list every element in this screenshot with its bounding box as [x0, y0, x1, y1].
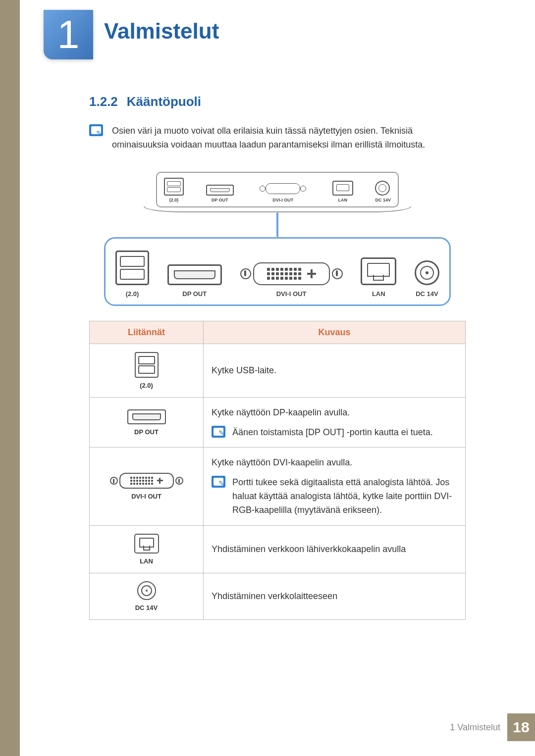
port-note-text: Äänen toistamista [DP OUT] -portin kautt… [232, 426, 433, 440]
section-title: Kääntöpuoli [127, 94, 201, 109]
note-icon [212, 476, 225, 488]
dvi-label: DVI-I OUT [240, 290, 343, 298]
table-row: LAN Yhdistäminen verkkoon lähiverkkokaap… [90, 525, 466, 573]
port-label: DC 14V [98, 604, 195, 611]
table-row: (2.0) Kytke USB-laite. [90, 344, 466, 397]
page-number: 18 [507, 713, 535, 741]
usb-label: (2.0) [164, 198, 184, 202]
dc-port-icon [137, 581, 156, 600]
note-icon [89, 124, 103, 136]
port-note: Portti tukee sekä digitaalista että anal… [212, 476, 457, 517]
dc-label: DC 14V [415, 290, 439, 298]
page-footer: 1 Valmistelut 18 [450, 713, 535, 741]
sidebar-stripe [0, 0, 20, 756]
port-description: Yhdistäminen verkkolaitteeseen [204, 573, 466, 619]
dp-label: DP OUT [206, 198, 234, 202]
port-note-text: Portti tukee sekä digitaalista että anal… [232, 476, 457, 517]
table-row: DVI-I OUT Kytke näyttöön DVI-kaapelin av… [90, 448, 466, 525]
port-note: Äänen toistamista [DP OUT] -portin kautt… [212, 426, 457, 440]
lan-label: LAN [332, 198, 353, 202]
dp-label: DP OUT [167, 290, 222, 298]
intro-note: Osien väri ja muoto voivat olla erilaisi… [89, 124, 466, 152]
lan-port-icon [361, 257, 396, 285]
section-heading: 1.2.2Kääntöpuoli [89, 94, 466, 109]
usb-port-icon [164, 178, 184, 196]
dc-port-icon [415, 260, 439, 285]
ports-table: Liitännät Kuvaus (2.0) Kytke USB-laite. … [89, 321, 466, 620]
dvi-port-icon [240, 262, 343, 285]
port-label: DVI-I OUT [98, 493, 195, 500]
zoom-connector [276, 212, 278, 237]
page-content: 1 Valmistelut 1.2.2Kääntöpuoli Osien vär… [20, 0, 535, 756]
section-body: 1.2.2Kääntöpuoli Osien väri ja muoto voi… [20, 64, 535, 620]
dvi-port-icon [98, 473, 195, 489]
table-row: DP OUT Kytke näyttöön DP-kaapelin avulla… [90, 397, 466, 448]
usb-label: (2.0) [115, 290, 149, 298]
dvi-port-icon [256, 182, 310, 196]
dc-label: DC 14V [375, 198, 391, 202]
zoom-panel: (2.0) DP OUT DVI-I OUT LAN [104, 237, 451, 306]
port-label: DP OUT [98, 428, 195, 436]
chapter-number-badge: 1 [44, 10, 93, 59]
device-top-view: (2.0) DP OUT DVI-I OUT LAN DC 14V [156, 172, 399, 207]
table-row: DC 14V Yhdistäminen verkkolaitteeseen [90, 573, 466, 619]
port-label: (2.0) [98, 382, 195, 389]
usb-port-icon [135, 352, 159, 378]
intro-note-text: Osien väri ja muoto voivat olla erilaisi… [112, 124, 466, 152]
lan-port-icon [134, 534, 159, 554]
port-description: Kytke näyttöön DP-kaapelin avulla. [212, 405, 457, 420]
port-description: Yhdistäminen verkkoon lähiverkkokaapelin… [204, 525, 466, 573]
dvi-label: DVI-I OUT [256, 198, 310, 202]
table-header-desc: Kuvaus [204, 321, 466, 344]
port-description: Kytke USB-laite. [204, 344, 466, 397]
footer-chapter-ref: 1 Valmistelut [450, 722, 500, 733]
port-label: LAN [98, 557, 195, 565]
section-number: 1.2.2 [89, 94, 118, 109]
port-description: Kytke näyttöön DVI-kaapelin avulla. [212, 455, 457, 470]
dp-port-icon [167, 264, 222, 285]
lan-port-icon [332, 181, 353, 196]
dc-port-icon [375, 181, 390, 196]
note-icon [212, 426, 225, 438]
chapter-title: Valmistelut [104, 19, 219, 44]
dp-port-icon [206, 185, 234, 196]
lan-label: LAN [361, 290, 396, 298]
dp-port-icon [127, 409, 166, 424]
device-diagram: (2.0) DP OUT DVI-I OUT LAN DC 14V (2.0) … [104, 172, 451, 306]
usb-port-icon [115, 251, 149, 285]
table-header-ports: Liitännät [90, 321, 204, 344]
chapter-header: 1 Valmistelut [20, 0, 535, 64]
